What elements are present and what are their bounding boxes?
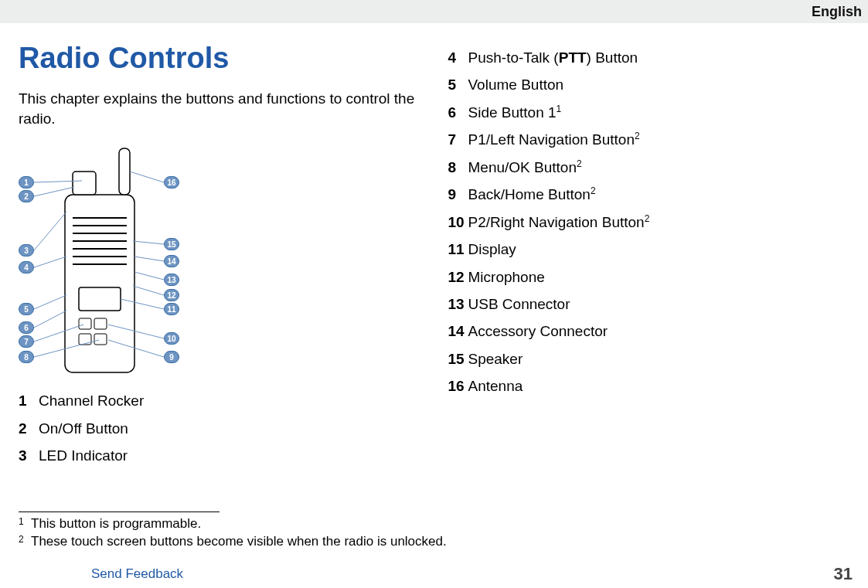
svg-rect-2 xyxy=(73,172,96,195)
send-feedback-link[interactable]: Send Feedback xyxy=(91,566,183,582)
page-number: 31 xyxy=(834,564,853,584)
item-number: 13 xyxy=(448,293,468,315)
svg-line-25 xyxy=(134,257,164,261)
svg-line-20 xyxy=(34,311,66,328)
list-item: 3LED Indicator xyxy=(19,444,420,467)
list-item: 8Menu/OK Button2 xyxy=(448,156,850,178)
callout-5: 5 xyxy=(19,303,34,315)
item-text: Accessory Connector xyxy=(468,320,608,342)
callout-8: 8 xyxy=(19,351,34,363)
item-number: 10 xyxy=(448,211,468,233)
callout-14: 14 xyxy=(164,255,179,267)
item-text: Push-to-Talk (PTT) Button xyxy=(468,46,638,69)
list-item: 12Microphone xyxy=(448,266,850,288)
svg-line-16 xyxy=(34,187,74,196)
svg-rect-1 xyxy=(119,148,130,195)
svg-rect-11 xyxy=(79,318,91,329)
item-text: Volume Button xyxy=(468,73,564,96)
item-text: USB Connector xyxy=(468,293,570,315)
list-item: 15Speaker xyxy=(448,348,850,370)
list-item: 16Antenna xyxy=(448,375,850,397)
callout-1: 1 xyxy=(19,176,34,189)
list-item: 9Back/Home Button2 xyxy=(448,183,850,206)
item-text: Channel Rocker xyxy=(39,389,144,412)
item-number: 1 xyxy=(19,389,39,412)
radio-diagram: 12345678161514131211109 xyxy=(19,141,192,380)
item-number: 3 xyxy=(19,444,39,467)
callout-7: 7 xyxy=(19,335,34,348)
item-number: 12 xyxy=(448,266,468,288)
item-number: 11 xyxy=(448,238,468,260)
list-item: 10P2/Right Navigation Button2 xyxy=(448,211,850,233)
item-number: 8 xyxy=(448,156,468,178)
item-text: Antenna xyxy=(468,375,523,397)
right-column: 4Push-to-Talk (PTT) Button5Volume Button… xyxy=(448,42,850,472)
footnotes: 1This button is programmable.2These touc… xyxy=(19,512,849,551)
callout-11: 11 xyxy=(164,303,179,315)
item-text: Microphone xyxy=(468,266,545,288)
item-text: Speaker xyxy=(468,348,523,370)
svg-line-26 xyxy=(134,272,164,280)
footnote-text: These touch screen buttons become visibl… xyxy=(31,533,447,551)
list-item: 13USB Connector xyxy=(448,293,850,315)
item-text: On/Off Button xyxy=(39,417,128,440)
left-column: Radio Controls This chapter explains the… xyxy=(19,42,420,472)
svg-line-19 xyxy=(34,295,66,309)
item-text: Menu/OK Button2 xyxy=(468,156,582,178)
callout-2: 2 xyxy=(19,190,34,202)
svg-line-27 xyxy=(133,286,164,295)
list-item: 2On/Off Button xyxy=(19,417,420,440)
footnote: 1This button is programmable. xyxy=(19,515,849,533)
svg-rect-12 xyxy=(94,318,107,329)
item-text: P1/Left Navigation Button2 xyxy=(468,128,640,151)
svg-line-17 xyxy=(34,212,66,250)
list-item: 4Push-to-Talk (PTT) Button xyxy=(448,46,850,69)
language-header: English xyxy=(0,0,868,23)
list-item: 7P1/Left Navigation Button2 xyxy=(448,128,850,151)
item-number: 7 xyxy=(448,128,468,151)
item-text: Display xyxy=(468,238,516,260)
footnote-text: This button is programmable. xyxy=(31,515,201,533)
list-item: 11Display xyxy=(448,238,850,260)
list-item: 1Channel Rocker xyxy=(19,389,420,412)
callout-3: 3 xyxy=(19,244,34,257)
svg-rect-13 xyxy=(79,334,91,345)
item-number: 15 xyxy=(448,348,468,370)
footnote: 2These touch screen buttons become visib… xyxy=(19,533,849,551)
item-text: P2/Right Navigation Button2 xyxy=(468,211,650,233)
callout-12: 12 xyxy=(164,289,179,301)
item-number: 5 xyxy=(448,73,468,96)
page-title: Radio Controls xyxy=(19,42,420,75)
item-number: 14 xyxy=(448,320,468,342)
callout-15: 15 xyxy=(164,238,179,250)
callout-13: 13 xyxy=(164,274,179,286)
callout-4: 4 xyxy=(19,261,34,274)
item-text: Back/Home Button2 xyxy=(468,183,596,206)
item-text: Side Button 11 xyxy=(468,101,562,124)
item-number: 2 xyxy=(19,417,39,440)
item-text: LED Indicator xyxy=(39,444,128,467)
svg-rect-10 xyxy=(79,287,121,311)
item-number: 9 xyxy=(448,183,468,206)
svg-line-23 xyxy=(130,172,164,182)
item-number: 16 xyxy=(448,375,468,397)
svg-line-18 xyxy=(34,257,66,267)
language-label: English xyxy=(812,4,862,19)
footnote-rule xyxy=(19,512,220,512)
callout-9: 9 xyxy=(164,351,179,363)
svg-line-24 xyxy=(133,241,164,244)
item-number: 4 xyxy=(448,46,468,69)
item-number: 6 xyxy=(448,101,468,124)
intro-text: This chapter explains the buttons and fu… xyxy=(19,89,420,128)
list-item: 6Side Button 11 xyxy=(448,101,850,124)
callout-10: 10 xyxy=(164,332,179,345)
list-item: 14Accessory Connector xyxy=(448,320,850,342)
svg-rect-14 xyxy=(94,334,107,345)
callout-6: 6 xyxy=(19,321,34,334)
callout-16: 16 xyxy=(164,176,179,189)
list-item: 5Volume Button xyxy=(448,73,850,96)
